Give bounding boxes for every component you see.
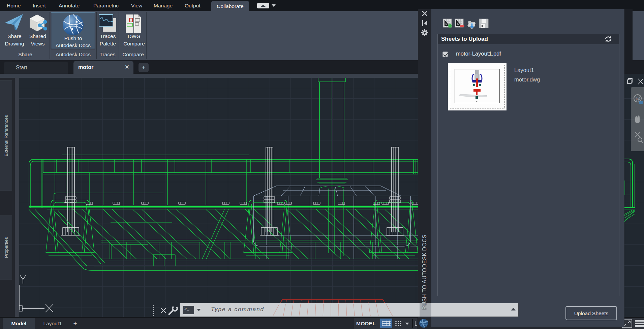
svg-text:@: @ xyxy=(636,96,640,101)
